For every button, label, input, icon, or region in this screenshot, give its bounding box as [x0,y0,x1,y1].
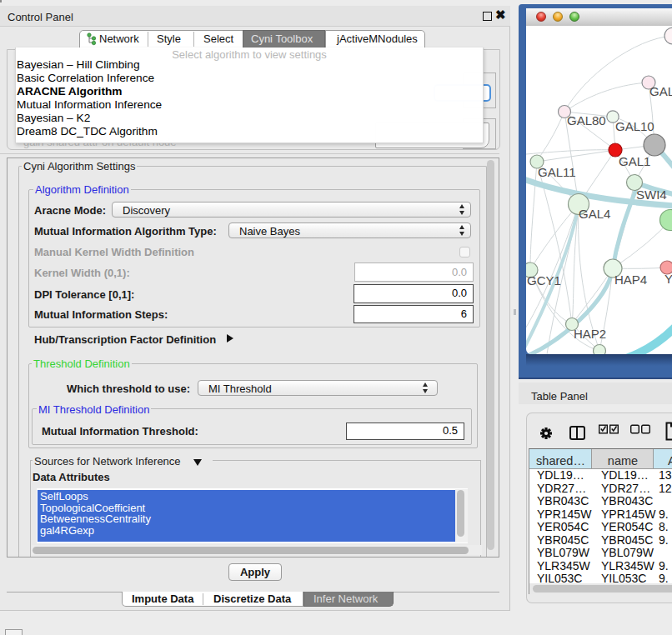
svg-text:GAL7: GAL7 [649,84,672,98]
svg-text:Y: Y [664,272,672,286]
svg-text:GAL4: GAL4 [579,207,610,221]
svg-text:HAP2: HAP2 [574,327,606,341]
svg-text:GAL10: GAL10 [615,119,654,133]
svg-text:GAL11: GAL11 [538,165,576,179]
svg-text:HAP4: HAP4 [614,272,647,287]
svg-text:GCY1: GCY1 [527,273,561,288]
svg-text:SWI4: SWI4 [636,188,667,202]
svg-text:GAL80: GAL80 [567,113,606,128]
svg-text:GAL1: GAL1 [619,154,650,168]
